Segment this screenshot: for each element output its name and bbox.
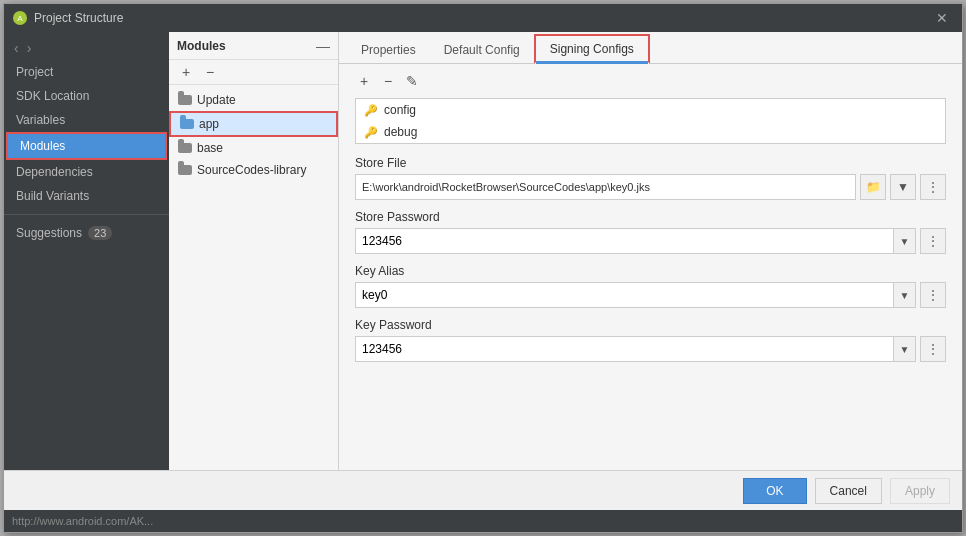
sidebar: ‹ › Project SDK Location Variables Modul… bbox=[4, 32, 169, 470]
signing-remove-button[interactable]: − bbox=[379, 72, 397, 90]
modules-toolbar: + − bbox=[169, 60, 338, 85]
sidebar-item-variables[interactable]: Variables bbox=[4, 108, 169, 132]
sidebar-item-sdk-location[interactable]: SDK Location bbox=[4, 84, 169, 108]
nav-forward-button[interactable]: › bbox=[25, 38, 34, 58]
dialog-title: Project Structure bbox=[34, 11, 930, 25]
store-password-row: ▼ ⋮ bbox=[355, 228, 946, 254]
signing-add-button[interactable]: + bbox=[355, 72, 373, 90]
cancel-button[interactable]: Cancel bbox=[815, 478, 882, 504]
key-alias-more-button[interactable]: ⋮ bbox=[920, 282, 946, 308]
modules-remove-button[interactable]: − bbox=[201, 63, 219, 81]
modules-add-button[interactable]: + bbox=[177, 63, 195, 81]
sidebar-item-dependencies[interactable]: Dependencies bbox=[4, 160, 169, 184]
sidebar-item-modules[interactable]: Modules bbox=[6, 132, 167, 160]
sidebar-item-build-variants[interactable]: Build Variants bbox=[4, 184, 169, 208]
sidebar-divider bbox=[4, 214, 169, 215]
bottom-bar: OK Cancel Apply bbox=[4, 470, 962, 510]
content-toolbar: + − ✎ bbox=[355, 72, 946, 90]
sidebar-nav: ‹ › bbox=[4, 36, 169, 60]
modules-collapse-button[interactable]: — bbox=[316, 38, 330, 54]
key-password-label: Key Password bbox=[355, 318, 946, 332]
store-file-input[interactable] bbox=[355, 174, 856, 200]
store-password-dropdown-button[interactable]: ▼ bbox=[893, 229, 915, 253]
folder-icon bbox=[177, 162, 193, 178]
nav-back-button[interactable]: ‹ bbox=[12, 38, 21, 58]
store-password-section: Store Password ▼ ⋮ bbox=[355, 210, 946, 254]
status-bar: http://www.android.com/AK... bbox=[4, 510, 962, 532]
store-file-more-button[interactable]: ⋮ bbox=[920, 174, 946, 200]
key-icon: 🔑 bbox=[364, 126, 378, 139]
status-text: http://www.android.com/AK... bbox=[12, 515, 153, 527]
modules-header: Modules — bbox=[169, 32, 338, 60]
modules-list: Update app base bbox=[169, 85, 338, 470]
folder-icon bbox=[177, 140, 193, 156]
tabs-bar: Properties Default Config Signing Config… bbox=[339, 32, 962, 64]
sidebar-item-project[interactable]: Project bbox=[4, 60, 169, 84]
store-file-row: 📁 ▼ ⋮ bbox=[355, 174, 946, 200]
ok-button[interactable]: OK bbox=[743, 478, 806, 504]
android-icon: A bbox=[12, 10, 28, 26]
key-alias-label: Key Alias bbox=[355, 264, 946, 278]
key-password-section: Key Password ▼ ⋮ bbox=[355, 318, 946, 362]
signing-item-config[interactable]: 🔑 config bbox=[356, 99, 945, 121]
folder-icon bbox=[177, 92, 193, 108]
key-password-dropdown-button[interactable]: ▼ bbox=[893, 337, 915, 361]
key-password-row: ▼ ⋮ bbox=[355, 336, 946, 362]
signing-configs-list: 🔑 config 🔑 debug bbox=[355, 98, 946, 144]
module-item-sourcecodes-library[interactable]: SourceCodes-library bbox=[169, 159, 338, 181]
folder-icon bbox=[179, 116, 195, 132]
signing-edit-button[interactable]: ✎ bbox=[403, 72, 421, 90]
title-bar: A Project Structure ✕ bbox=[4, 4, 962, 32]
key-icon: 🔑 bbox=[364, 104, 378, 117]
modules-panel: Modules — + − Update app bbox=[169, 32, 339, 470]
module-item-app[interactable]: app bbox=[169, 111, 338, 137]
content-area: + − ✎ 🔑 config 🔑 debug bbox=[339, 64, 962, 470]
store-file-section: Store File 📁 ▼ ⋮ bbox=[355, 156, 946, 200]
store-file-dropdown-button[interactable]: ▼ bbox=[890, 174, 916, 200]
tab-signing-configs[interactable]: Signing Configs bbox=[534, 34, 650, 64]
tab-properties[interactable]: Properties bbox=[347, 37, 430, 63]
store-file-folder-button[interactable]: 📁 bbox=[860, 174, 886, 200]
key-alias-input[interactable] bbox=[356, 286, 893, 304]
store-file-label: Store File bbox=[355, 156, 946, 170]
module-item-base[interactable]: base bbox=[169, 137, 338, 159]
key-alias-section: Key Alias ▼ ⋮ bbox=[355, 264, 946, 308]
key-password-input[interactable] bbox=[356, 340, 893, 358]
tab-default-config[interactable]: Default Config bbox=[430, 37, 534, 63]
svg-text:A: A bbox=[17, 14, 23, 23]
close-button[interactable]: ✕ bbox=[930, 8, 954, 28]
project-structure-dialog: A Project Structure ✕ ‹ › Project SDK Lo… bbox=[3, 3, 963, 533]
modules-title: Modules bbox=[177, 39, 226, 53]
store-password-input[interactable] bbox=[356, 232, 893, 250]
store-password-label: Store Password bbox=[355, 210, 946, 224]
store-password-more-button[interactable]: ⋮ bbox=[920, 228, 946, 254]
key-alias-dropdown-button[interactable]: ▼ bbox=[893, 283, 915, 307]
suggestions-badge: 23 bbox=[88, 226, 112, 240]
sidebar-item-suggestions[interactable]: Suggestions 23 bbox=[4, 221, 169, 245]
dialog-body: ‹ › Project SDK Location Variables Modul… bbox=[4, 32, 962, 470]
key-alias-row: ▼ ⋮ bbox=[355, 282, 946, 308]
signing-item-debug[interactable]: 🔑 debug bbox=[356, 121, 945, 143]
apply-button: Apply bbox=[890, 478, 950, 504]
key-password-more-button[interactable]: ⋮ bbox=[920, 336, 946, 362]
main-content: Properties Default Config Signing Config… bbox=[339, 32, 962, 470]
module-item-update[interactable]: Update bbox=[169, 89, 338, 111]
